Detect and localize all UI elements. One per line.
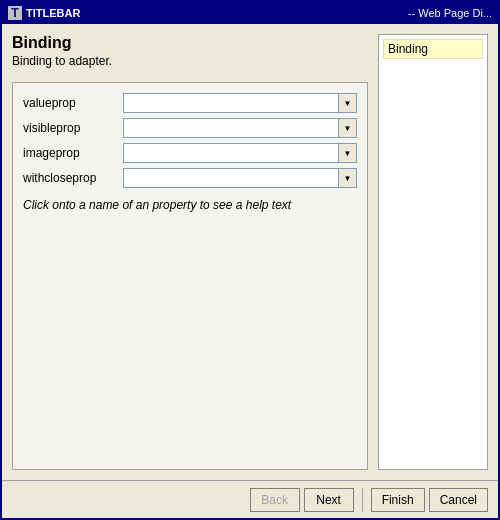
main-content: Binding Binding to adapter. valueprop▼vi… [2, 24, 498, 480]
titlebar-left: T TITLEBAR [8, 6, 80, 20]
form-label-visibleprop[interactable]: visibleprop [23, 121, 123, 135]
dropdown-button-valueprop[interactable]: ▼ [339, 93, 357, 113]
window: T TITLEBAR -- Web Page Di... Binding Bin… [0, 0, 500, 520]
form-row: withcloseprop▼ [23, 168, 357, 188]
page-title: Binding [12, 34, 368, 52]
titlebar-icon: T [8, 6, 22, 20]
form-input-imageprop[interactable] [123, 143, 339, 163]
chevron-down-icon: ▼ [344, 149, 352, 158]
form-input-wrapper: ▼ [123, 93, 357, 113]
right-panel: Binding [378, 34, 488, 470]
dropdown-button-visibleprop[interactable]: ▼ [339, 118, 357, 138]
tree-area: Binding [378, 34, 488, 470]
back-button[interactable]: Back [250, 488, 300, 512]
form-input-withcloseprop[interactable] [123, 168, 339, 188]
left-panel: Binding Binding to adapter. valueprop▼vi… [12, 34, 368, 470]
titlebar-title: TITLEBAR [26, 7, 80, 19]
titlebar: T TITLEBAR -- Web Page Di... [2, 2, 498, 24]
dropdown-button-withcloseprop[interactable]: ▼ [339, 168, 357, 188]
chevron-down-icon: ▼ [344, 174, 352, 183]
tree-item-0[interactable]: Binding [383, 39, 483, 59]
form-input-wrapper: ▼ [123, 143, 357, 163]
form-input-wrapper: ▼ [123, 168, 357, 188]
form-label-imageprop[interactable]: imageprop [23, 146, 123, 160]
chevron-down-icon: ▼ [344, 99, 352, 108]
next-button[interactable]: Next [304, 488, 354, 512]
form-input-wrapper: ▼ [123, 118, 357, 138]
form-row: imageprop▼ [23, 143, 357, 163]
finish-button[interactable]: Finish [371, 488, 425, 512]
titlebar-right-text: -- Web Page Di... [408, 7, 492, 19]
page-subtitle: Binding to adapter. [12, 54, 368, 68]
button-separator [362, 488, 363, 512]
cancel-button[interactable]: Cancel [429, 488, 488, 512]
form-label-valueprop[interactable]: valueprop [23, 96, 123, 110]
form-row: visibleprop▼ [23, 118, 357, 138]
help-text: Click onto a name of an property to see … [23, 198, 357, 212]
tree-items: Binding [383, 39, 483, 59]
form-area: valueprop▼visibleprop▼imageprop▼withclos… [12, 82, 368, 470]
form-label-withcloseprop[interactable]: withcloseprop [23, 171, 123, 185]
content-area: Binding Binding to adapter. valueprop▼vi… [2, 24, 498, 518]
form-input-visibleprop[interactable] [123, 118, 339, 138]
form-rows: valueprop▼visibleprop▼imageprop▼withclos… [23, 93, 357, 188]
chevron-down-icon: ▼ [344, 124, 352, 133]
form-input-valueprop[interactable] [123, 93, 339, 113]
form-row: valueprop▼ [23, 93, 357, 113]
dropdown-button-imageprop[interactable]: ▼ [339, 143, 357, 163]
footer: Back Next Finish Cancel [2, 480, 498, 518]
